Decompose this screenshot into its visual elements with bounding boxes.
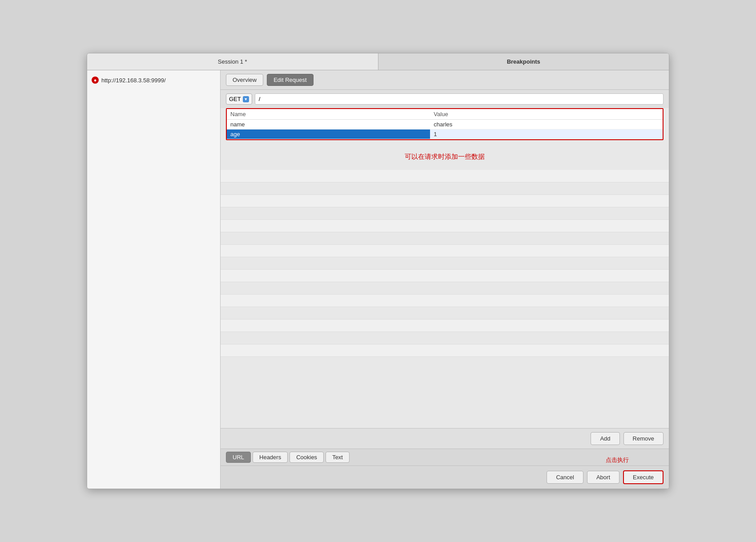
chevron-down-icon: ▼	[243, 96, 249, 102]
tab-cookies[interactable]: Cookies	[290, 452, 324, 463]
stripe-row	[221, 220, 669, 232]
url-row: GET ▼	[221, 90, 669, 108]
stripe-row	[221, 232, 669, 245]
sidebar-url-item[interactable]: ● http://192.168.3.58:9999/	[87, 74, 220, 86]
params-table-header: Name Value	[227, 109, 663, 120]
stripe-row	[221, 195, 669, 207]
toolbar: Overview Edit Request	[221, 70, 669, 90]
striped-area: 可以在请求时添加一些数据	[221, 144, 669, 428]
sidebar: ● http://192.168.3.58:9999/	[87, 70, 221, 489]
url-input[interactable]	[255, 93, 664, 105]
stripe-row	[221, 245, 669, 257]
bottom-tabs: URL Headers Cookies Text	[221, 449, 669, 466]
param-value[interactable]: 1	[430, 129, 663, 139]
col-value-header: Value	[430, 109, 663, 120]
execute-button[interactable]: Execute	[623, 470, 664, 484]
params-table-area: Name Value namecharlesage1	[226, 108, 664, 140]
error-icon: ●	[92, 77, 99, 84]
tab-headers[interactable]: Headers	[253, 452, 288, 463]
execute-chinese-note: 点击执行	[606, 456, 629, 464]
params-table: Name Value namecharlesage1	[227, 109, 663, 139]
abort-button[interactable]: Abort	[587, 471, 619, 484]
right-panel: Overview Edit Request GET ▼ Name Value	[221, 70, 669, 489]
param-name[interactable]: name	[227, 120, 430, 129]
param-value[interactable]: charles	[430, 120, 663, 129]
method-label: GET	[229, 96, 241, 102]
breakpoints-tab-label: Breakpoints	[507, 58, 540, 65]
stripe-row	[221, 332, 669, 344]
method-select[interactable]: GET ▼	[226, 93, 252, 105]
chinese-note: 可以在请求时添加一些数据	[221, 144, 669, 170]
title-bar: Session 1 * Breakpoints	[87, 53, 669, 70]
col-name-header: Name	[227, 109, 430, 120]
main-content: ● http://192.168.3.58:9999/ Overview Edi…	[87, 70, 669, 489]
execute-row: 点击执行 Cancel Abort Execute	[221, 466, 669, 489]
tab-text[interactable]: Text	[326, 452, 350, 463]
stripe-row	[221, 270, 669, 282]
tab-url[interactable]: URL	[226, 452, 251, 463]
stripe-row	[221, 182, 669, 195]
stripe-row	[221, 344, 669, 357]
action-buttons: Add Remove	[221, 428, 669, 449]
param-row[interactable]: age1	[227, 129, 663, 139]
remove-button[interactable]: Remove	[623, 432, 664, 445]
stripe-row	[221, 320, 669, 332]
breakpoints-tab[interactable]: Breakpoints	[378, 53, 669, 70]
edit-request-tab[interactable]: Edit Request	[267, 74, 313, 86]
stripe-row	[221, 295, 669, 307]
sidebar-url-label: http://192.168.3.58:9999/	[101, 77, 166, 84]
overview-tab[interactable]: Overview	[226, 74, 263, 86]
param-name[interactable]: age	[227, 129, 430, 139]
stripe-row	[221, 307, 669, 320]
stripe-row	[221, 282, 669, 295]
param-row[interactable]: namecharles	[227, 120, 663, 129]
stripe-row	[221, 257, 669, 270]
add-button[interactable]: Add	[591, 432, 619, 445]
session-tab[interactable]: Session 1 *	[87, 53, 378, 70]
cancel-button[interactable]: Cancel	[547, 471, 583, 484]
stripe-row	[221, 170, 669, 182]
stripe-row	[221, 207, 669, 220]
session-tab-label: Session 1 *	[218, 58, 247, 65]
